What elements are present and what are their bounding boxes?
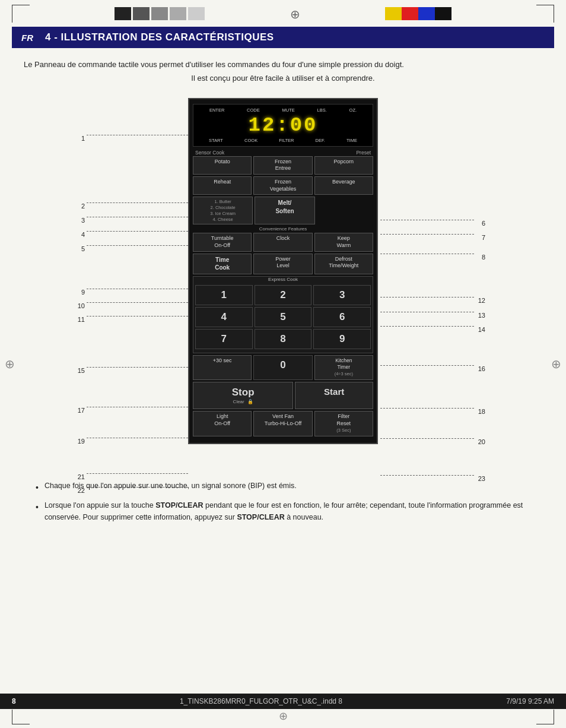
melt-soften-left: 1. Butter 2. Chocolate 3. Ice Cream 4. C… — [193, 197, 253, 224]
num7-button[interactable]: 7 — [195, 329, 253, 349]
page-number: 8 — [12, 697, 16, 705]
defrost-button[interactable]: Defrost Time/Weight — [314, 254, 373, 274]
bullet-dot-1: • — [36, 482, 39, 495]
bullet-2: • Lorsque l'on appuie sur la touche STOP… — [36, 500, 530, 523]
label-10: 10 — [75, 302, 188, 310]
beverage-button[interactable]: Beverage — [314, 176, 373, 195]
date-info: 7/9/19 9:25 AM — [506, 697, 554, 705]
label-15: 15 — [75, 367, 188, 375]
crosshair-bottom: ⊕ — [279, 710, 288, 724]
label-6: 6 — [380, 220, 487, 227]
registration-marks-bottom: ⊕ — [0, 706, 566, 728]
express-cook-label: Express Cook — [193, 277, 373, 282]
label-8: 8 — [380, 254, 487, 261]
row-plus30-zero-kitchen: +30 sec 0 Kitchen Timer (4÷3 sec) — [193, 355, 373, 379]
light-button[interactable]: Light On-Off — [193, 411, 252, 436]
row-melt: 1. Butter 2. Chocolate 3. Ice Cream 4. C… — [193, 197, 373, 224]
main-content: Le Panneau de commande tactile vous perm… — [0, 48, 566, 540]
label-3: 3 — [75, 217, 188, 224]
corner-mark-top-right — [536, 5, 554, 23]
filter-reset-button[interactable]: Filter Reset (3 Sec) — [314, 411, 373, 436]
vent-fan-button[interactable]: Vent Fan Turbo-Hi-Lo-Off — [253, 411, 312, 436]
popcorn-button[interactable]: Popcorn — [314, 156, 373, 175]
panel-diagram: ENTER CODE MUTE LBS. OZ. 12:00 START COO… — [75, 98, 491, 466]
time-cook-button[interactable]: Time Cook — [193, 254, 252, 274]
right-crosshair: ⊕ — [551, 357, 561, 371]
kitchen-timer-button[interactable]: Kitchen Timer (4÷3 sec) — [314, 355, 373, 379]
label-7: 7 — [380, 234, 487, 242]
numpad-row-2: 4 5 6 — [195, 307, 371, 327]
numpad-row-1: 1 2 3 — [195, 285, 371, 305]
display-top-labels: ENTER CODE MUTE LBS. OZ. — [198, 107, 368, 113]
numpad-row-3: 7 8 9 — [195, 329, 371, 349]
num1-button[interactable]: 1 — [195, 285, 253, 305]
num4-button[interactable]: 4 — [195, 307, 253, 327]
bullet-dot-2: • — [36, 501, 39, 514]
label-2: 2 — [75, 202, 188, 210]
intro-line2: Il est conçu pour être facile à utiliser… — [24, 72, 542, 85]
stop-text: Stop — [195, 386, 291, 399]
start-button[interactable]: Start — [295, 382, 373, 409]
language-label: FR — [21, 33, 33, 43]
file-info: 1_TINSKB286MRR0_FULGOR_OTR_U&C_.indd 8 — [180, 697, 342, 705]
preset-label: Preset — [356, 150, 371, 156]
corner-mark-bottom-left — [12, 710, 30, 724]
row-stop-start: Stop Clear 🔒 Start — [193, 382, 373, 409]
frozen-entree-button[interactable]: Frozen Entree — [253, 156, 312, 175]
label-1: 1 — [75, 135, 188, 143]
page-title: 4 - ILLUSTRATION DES CARACTÉRISTIQUES — [45, 31, 274, 43]
lock-icon: 🔒 — [247, 399, 253, 405]
label-11: 11 — [75, 316, 188, 324]
row-potato-frozen-popcorn: Potato Frozen Entree Popcorn — [193, 156, 373, 175]
stop-clear-button[interactable]: Stop Clear 🔒 — [193, 382, 293, 409]
label-21: 21 — [75, 473, 188, 481]
num6-button[interactable]: 6 — [313, 307, 371, 327]
label-17: 17 — [75, 407, 188, 414]
corner-mark-top-left — [12, 5, 30, 23]
sensor-cook-label: Sensor Cook — [195, 150, 224, 156]
num3-button[interactable]: 3 — [313, 285, 371, 305]
microwave-panel: ENTER CODE MUTE LBS. OZ. 12:00 START COO… — [188, 98, 378, 444]
power-level-button[interactable]: Power Level — [253, 254, 312, 274]
intro-section: Le Panneau de commande tactile vous perm… — [24, 59, 542, 85]
label-4: 4 — [75, 231, 188, 239]
row-reheat-frozenveg-beverage: Reheat Frozen Vegetables Beverage — [193, 176, 373, 195]
color-registration-left — [115, 7, 205, 20]
turntable-button[interactable]: Turntable On-Off — [193, 233, 252, 251]
num9-button[interactable]: 9 — [313, 329, 371, 349]
page-header: FR 4 - ILLUSTRATION DES CARACTÉRISTIQUES — [12, 27, 554, 48]
label-16: 16 — [380, 365, 487, 373]
clear-text: Clear — [233, 399, 244, 405]
label-9: 9 — [75, 289, 188, 296]
row-turntable-clock-keepwarm: Turntable On-Off Clock Keep Warm — [193, 233, 373, 251]
keep-warm-button[interactable]: Keep Warm — [314, 233, 373, 251]
label-13: 13 — [380, 312, 487, 319]
label-22: 22 — [75, 487, 188, 495]
num5-button[interactable]: 5 — [255, 307, 312, 327]
frozen-veg-button[interactable]: Frozen Vegetables — [253, 176, 312, 195]
num8-button[interactable]: 8 — [255, 329, 312, 349]
bullet-2-text: Lorsque l'on appuie sur la touche STOP/C… — [44, 500, 530, 523]
row-timecook-powerlevel-defrost: Time Cook Power Level Defrost Time/Weigh… — [193, 254, 373, 274]
label-5: 5 — [75, 245, 188, 253]
convenience-label: Convenience Features — [193, 226, 373, 232]
plus30-button[interactable]: +30 sec — [193, 355, 252, 379]
intro-line1: Le Panneau de commande tactile vous perm… — [24, 59, 542, 71]
label-19: 19 — [75, 438, 188, 445]
left-crosshair: ⊕ — [5, 357, 15, 371]
row-light-ventfan-filter: Light On-Off Vent Fan Turbo-Hi-Lo-Off Fi… — [193, 411, 373, 436]
display-digits: 12:00 — [198, 114, 368, 137]
num0-button[interactable]: 0 — [253, 355, 312, 379]
num2-button[interactable]: 2 — [255, 285, 312, 305]
registration-marks-top: ⊕ — [0, 0, 566, 27]
clock-button[interactable]: Clock — [253, 233, 312, 251]
color-blocks-right — [385, 7, 451, 20]
potato-button[interactable]: Potato — [193, 156, 252, 175]
panel-box: ENTER CODE MUTE LBS. OZ. 12:00 START COO… — [188, 98, 378, 444]
display-area: ENTER CODE MUTE LBS. OZ. 12:00 START COO… — [193, 104, 373, 147]
label-18: 18 — [380, 408, 487, 416]
label-23: 23 — [380, 475, 487, 483]
reheat-button[interactable]: Reheat — [193, 176, 252, 195]
stop-clear-bold-1: STOP/CLEAR — [155, 501, 203, 509]
melt-soften-button[interactable]: Melt/ Soften — [255, 197, 314, 224]
